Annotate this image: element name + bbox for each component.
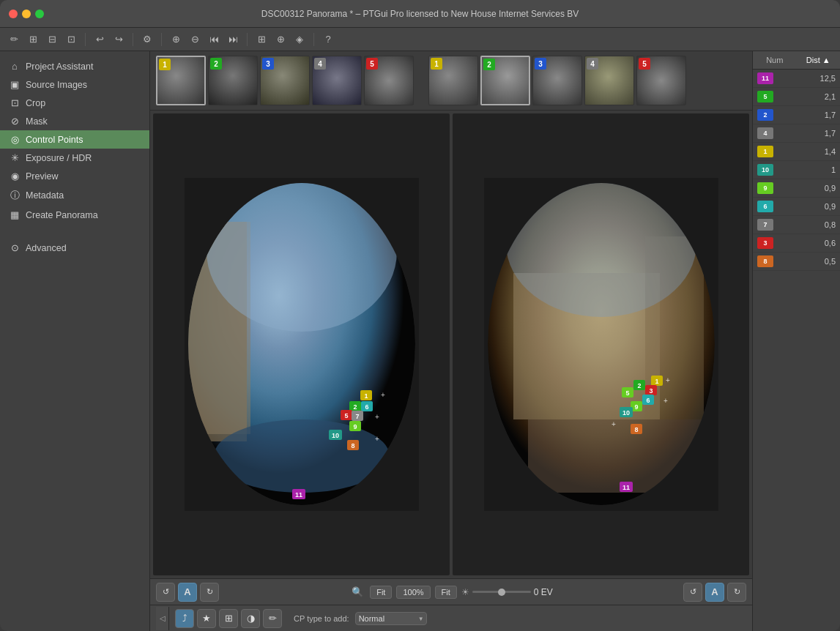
sidebar-item-exposure[interactable]: ✳ Exposure / HDR [0, 149, 149, 167]
sidebar-item-control-points[interactable]: ◎ Control Points [0, 130, 149, 149]
dist-row[interactable]: 2 1,7 [753, 106, 840, 124]
dist-badge: 9 [757, 182, 773, 194]
rotate-cw-button[interactable]: ↻ [200, 583, 219, 602]
thumb-right-num-3: 3 [535, 58, 546, 70]
dist-value: 1,7 [778, 129, 836, 138]
svg-text:6: 6 [646, 397, 650, 404]
zoom-out-icon[interactable]: ⊖ [187, 31, 203, 48]
expand-button[interactable]: ◁ [156, 607, 169, 630]
main-toolbar: ✏ ⊞ ⊟ ⊡ ↩ ↪ ⚙ ⊕ ⊖ ⏮ ⏭ ⊞ ⊕ ◈ ? [0, 28, 840, 51]
stack-icon[interactable]: ⊟ [44, 31, 60, 48]
brightness-slider[interactable] [472, 591, 531, 593]
sidebar-label: Mask [26, 116, 48, 127]
undo-icon[interactable]: ↩ [92, 31, 108, 48]
filmstrip-row: 1 2 3 4 5 [150, 51, 752, 111]
rotate-ccw-button[interactable]: ↺ [156, 583, 175, 602]
thumb-right-3[interactable]: 3 [532, 56, 582, 105]
dist-row[interactable]: 1 1,4 [753, 143, 840, 161]
dist-row[interactable]: 7 0,8 [753, 216, 840, 234]
star-tool-button[interactable]: ★ [197, 609, 216, 628]
panorama-icon: ▦ [9, 209, 21, 220]
dist-value: 0,9 [778, 202, 836, 211]
maximize-button[interactable] [35, 10, 44, 18]
advanced-icon: ⊙ [9, 242, 21, 253]
sidebar-item-preview[interactable]: ◉ Preview [0, 167, 149, 185]
home-icon: ⌂ [9, 61, 21, 72]
help-icon[interactable]: ? [320, 31, 336, 48]
grid-icon[interactable]: ⊡ [63, 31, 79, 48]
auto-button[interactable]: A [178, 583, 197, 602]
svg-text:9: 9 [353, 423, 357, 430]
edit-icon[interactable]: ✏ [6, 31, 22, 48]
brush-tool-button[interactable]: ✏ [263, 609, 282, 628]
redo-icon[interactable]: ↪ [111, 31, 127, 48]
rewind-icon[interactable]: ⏮ [206, 31, 222, 48]
cp-tools: ⤴ ★ ⊞ ◑ ✏ [175, 609, 282, 628]
close-button[interactable] [9, 10, 18, 18]
dist-badge: 7 [757, 219, 773, 231]
thumb-right-1[interactable]: 1 [428, 56, 478, 105]
thumb-left-4[interactable]: 4 [312, 56, 362, 105]
dist-row[interactable]: 4 1,7 [753, 124, 840, 143]
thumb-num-2: 2 [210, 58, 222, 70]
cp-type-select-wrap[interactable]: Normal Horizontal Line Vertical Line [355, 612, 427, 625]
thumb-num-1: 1 [159, 59, 171, 70]
crop-icon: ⊡ [9, 97, 21, 108]
dist-row[interactable]: 3 0,6 [753, 234, 840, 253]
dist-row[interactable]: 8 0,5 [753, 253, 840, 271]
minimize-button[interactable] [22, 10, 31, 18]
sidebar-item-create-panorama[interactable]: ▦ Create Panorama [0, 206, 149, 224]
dist-row[interactable]: 10 1 [753, 161, 840, 179]
dist-badge: 2 [757, 109, 773, 121]
auto-right-button[interactable]: A [705, 583, 724, 602]
layout-icon[interactable]: ⊞ [253, 31, 270, 48]
right-panel-header: Num Dist ▲ [753, 51, 840, 70]
dist-row[interactable]: 6 0,9 [753, 198, 840, 216]
zoom-icon[interactable]: 🔍 [349, 584, 365, 600]
cp-type-select[interactable]: Normal Horizontal Line Vertical Line [355, 612, 427, 625]
cp-type-label: CP type to add: [294, 614, 349, 623]
link-tool-button[interactable]: ⊞ [219, 609, 238, 628]
sidebar-item-metadata[interactable]: ⓘ Metadata [0, 185, 149, 206]
dist-badge: 10 [757, 164, 773, 176]
dist-value: 1,7 [778, 111, 836, 119]
svg-text:5: 5 [344, 412, 348, 419]
toolbar-sep-4 [247, 33, 248, 46]
thumb-right-2[interactable]: 2 [480, 56, 530, 105]
zoom-in-icon[interactable]: ⊕ [168, 31, 184, 48]
toolbar-sep-5 [313, 33, 314, 46]
sidebar-item-advanced[interactable]: ⊙ Advanced [0, 239, 149, 257]
filmstrip-left: 1 2 3 4 5 [156, 56, 414, 105]
col-dist[interactable]: Dist ▲ [797, 54, 841, 66]
fit-button-right[interactable]: Fit [435, 586, 457, 599]
sidebar-item-mask[interactable]: ⊘ Mask [0, 112, 149, 130]
thumb-right-5[interactable]: 5 [636, 56, 686, 105]
sidebar-item-project-assistant[interactable]: ⌂ Project Assistant [0, 57, 149, 75]
image-icon[interactable]: ⊞ [25, 31, 41, 48]
forward-icon[interactable]: ⏭ [225, 31, 241, 48]
contrast-tool-button[interactable]: ◑ [241, 609, 260, 628]
dist-row[interactable]: 11 12,5 [753, 70, 840, 88]
sidebar-item-source-images[interactable]: ▣ Source Images [0, 75, 149, 94]
sidebar-label: Preview [26, 171, 58, 182]
rotate-cw-right-button[interactable]: ↻ [727, 583, 746, 602]
lasso-tool-button[interactable]: ⤴ [175, 609, 194, 628]
svg-text:2: 2 [637, 382, 641, 389]
fit-button-left[interactable]: Fit [370, 586, 392, 599]
thumb-left-3[interactable]: 3 [260, 56, 310, 105]
settings-icon[interactable]: ⚙ [139, 31, 155, 48]
images-icon: ▣ [9, 79, 21, 90]
map-icon[interactable]: ◈ [291, 31, 308, 48]
dist-row[interactable]: 5 2,1 [753, 88, 840, 106]
thumb-left-5[interactable]: 5 [364, 56, 414, 105]
thumb-left-1[interactable]: 1 [156, 56, 206, 105]
rotate-ccw-right-button[interactable]: ↺ [683, 583, 702, 602]
pin-icon[interactable]: ⊕ [272, 31, 289, 48]
svg-text:11: 11 [294, 491, 302, 499]
dist-row[interactable]: 9 0,9 [753, 179, 840, 198]
cp-bar: ◁ ⤴ ★ ⊞ ◑ ✏ CP type to add: Normal Horiz… [150, 605, 752, 631]
thumb-left-2[interactable]: 2 [208, 56, 258, 105]
sidebar-item-crop[interactable]: ⊡ Crop [0, 94, 149, 112]
thumb-right-4[interactable]: 4 [584, 56, 634, 105]
main-content: ⌂ Project Assistant ▣ Source Images ⊡ Cr… [0, 51, 840, 631]
